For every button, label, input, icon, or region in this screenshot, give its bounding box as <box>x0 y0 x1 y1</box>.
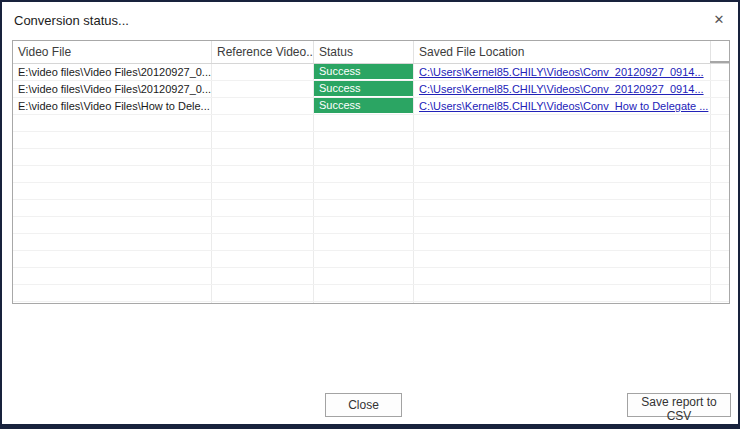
video-file-cell <box>13 200 212 216</box>
table-row[interactable]: E:\video files\Video Files\20120927_0...… <box>13 81 729 98</box>
saved-location-cell <box>414 115 711 131</box>
video-file-cell <box>13 149 212 165</box>
video-file-cell <box>13 234 212 250</box>
table-row-empty <box>13 115 729 132</box>
conversion-status-dialog: Conversion status... ✕ Video File Refere… <box>0 0 740 429</box>
reference-video-cell <box>212 115 314 131</box>
saved-location-cell <box>414 302 711 304</box>
video-file-cell <box>13 268 212 284</box>
reference-video-cell <box>212 183 314 199</box>
saved-location-link[interactable]: C:\Users\Kernel85.CHILY\Videos\Conv_How … <box>419 100 708 112</box>
status-cell <box>314 115 414 131</box>
status-cell <box>314 251 414 267</box>
reference-video-cell <box>212 166 314 182</box>
titlebar-close-button[interactable]: ✕ <box>708 8 730 30</box>
status-cell <box>314 183 414 199</box>
table-row-empty <box>13 217 729 234</box>
video-file-cell <box>13 183 212 199</box>
column-header-video-file[interactable]: Video File <box>13 41 212 63</box>
table-row[interactable]: E:\video files\Video Files\20120927_0...… <box>13 64 729 81</box>
window-title: Conversion status... <box>14 13 129 28</box>
table-row-empty <box>13 251 729 268</box>
filler-cell <box>711 81 729 97</box>
results-table: Video File Reference Video... Status Sav… <box>12 40 730 304</box>
video-file-cell: E:\video files\Video Files\How to Dele..… <box>13 98 212 114</box>
reference-video-cell <box>212 234 314 250</box>
status-badge: Success <box>314 81 413 96</box>
filler-cell <box>711 98 729 114</box>
video-file-cell <box>13 115 212 131</box>
column-header-status[interactable]: Status <box>314 41 414 63</box>
titlebar: Conversion status... ✕ <box>2 2 738 38</box>
status-cell <box>314 217 414 233</box>
close-button[interactable]: Close <box>325 393 402 417</box>
video-file-cell <box>13 302 212 304</box>
saved-location-cell: C:\Users\Kernel85.CHILY\Videos\Conv_2012… <box>414 64 711 80</box>
saved-location-cell: C:\Users\Kernel85.CHILY\Videos\Conv_How … <box>414 98 711 114</box>
video-file-cell: E:\video files\Video Files\20120927_0... <box>13 81 212 97</box>
filler-cell <box>711 183 729 199</box>
filler-cell <box>711 302 729 304</box>
video-file-cell <box>13 217 212 233</box>
saved-location-cell <box>414 234 711 250</box>
table-header-row: Video File Reference Video... Status Sav… <box>13 41 729 64</box>
status-cell: Success <box>314 64 414 80</box>
status-cell <box>314 132 414 148</box>
column-header-saved-file-location[interactable]: Saved File Location <box>414 41 711 63</box>
filler-cell <box>711 166 729 182</box>
table-row-empty <box>13 149 729 166</box>
close-icon: ✕ <box>714 13 725 26</box>
filler-cell <box>711 268 729 284</box>
saved-location-link[interactable]: C:\Users\Kernel85.CHILY\Videos\Conv_2012… <box>419 83 704 95</box>
saved-location-cell <box>414 183 711 199</box>
table-row-empty <box>13 268 729 285</box>
status-cell <box>314 302 414 304</box>
status-cell <box>314 149 414 165</box>
saved-location-cell <box>414 166 711 182</box>
table-row-empty <box>13 234 729 251</box>
reference-video-cell <box>212 268 314 284</box>
video-file-cell <box>13 285 212 301</box>
status-cell <box>314 285 414 301</box>
reference-video-cell <box>212 285 314 301</box>
saved-location-link[interactable]: C:\Users\Kernel85.CHILY\Videos\Conv_2012… <box>419 66 704 78</box>
video-file-cell <box>13 166 212 182</box>
reference-video-cell <box>212 200 314 216</box>
status-cell <box>314 234 414 250</box>
table-body: E:\video files\Video Files\20120927_0...… <box>13 64 729 304</box>
status-cell: Success <box>314 98 414 114</box>
reference-video-cell <box>212 98 314 114</box>
reference-video-cell <box>212 132 314 148</box>
reference-video-cell <box>212 149 314 165</box>
table-row[interactable]: E:\video files\Video Files\How to Dele..… <box>13 98 729 115</box>
reference-video-cell <box>212 302 314 304</box>
filler-cell <box>711 234 729 250</box>
saved-location-cell <box>414 268 711 284</box>
saved-location-cell: C:\Users\Kernel85.CHILY\Videos\Conv_2012… <box>414 81 711 97</box>
saved-location-cell <box>414 149 711 165</box>
save-report-to-csv-button[interactable]: Save report to CSV <box>627 393 731 417</box>
reference-video-cell <box>212 251 314 267</box>
saved-location-cell <box>414 217 711 233</box>
filler-cell <box>711 132 729 148</box>
header-corner-divider <box>710 61 729 63</box>
filler-cell <box>711 251 729 267</box>
saved-location-cell <box>414 132 711 148</box>
table-row-empty <box>13 166 729 183</box>
filler-cell <box>711 64 729 80</box>
video-file-cell <box>13 251 212 267</box>
filler-cell <box>711 149 729 165</box>
status-cell <box>314 268 414 284</box>
reference-video-cell <box>212 64 314 80</box>
status-cell <box>314 166 414 182</box>
saved-location-cell <box>414 200 711 216</box>
saved-location-cell <box>414 285 711 301</box>
reference-video-cell <box>212 217 314 233</box>
table-row-empty <box>13 302 729 304</box>
saved-location-cell <box>414 251 711 267</box>
status-cell <box>314 200 414 216</box>
filler-cell <box>711 115 729 131</box>
column-header-reference-video[interactable]: Reference Video... <box>212 41 314 63</box>
video-file-cell <box>13 132 212 148</box>
table-row-empty <box>13 132 729 149</box>
